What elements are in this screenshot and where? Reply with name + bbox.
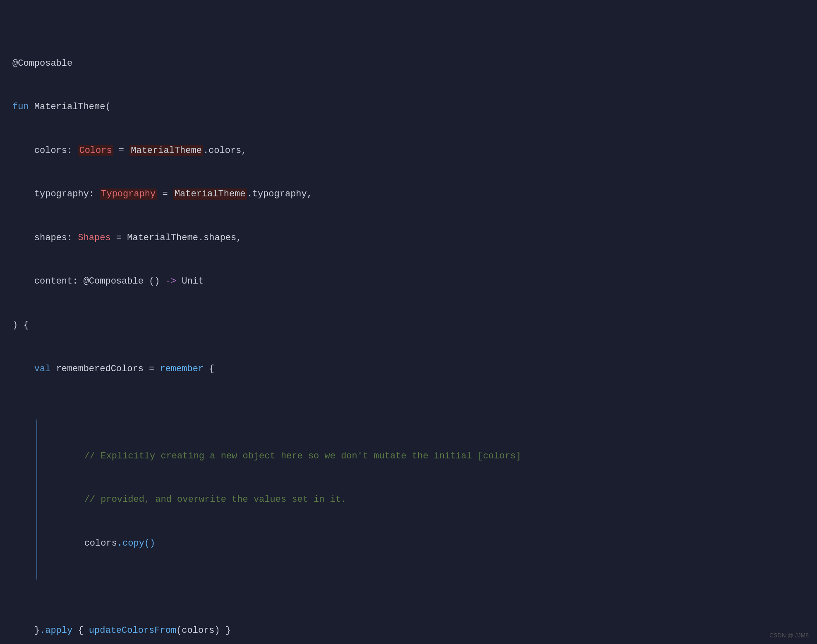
line-10: // provided, and overwrite the values se…: [41, 492, 805, 507]
vertical-block: // Explicitly creating a new object here…: [36, 420, 805, 580]
line-1: @Composable: [12, 56, 805, 71]
line-5: shapes: Shapes = MaterialTheme.shapes,: [12, 231, 805, 245]
line-6: content: @Composable () -> Unit: [12, 274, 805, 289]
line-11: colors.copy(): [41, 536, 805, 551]
line-4: typography: Typography = MaterialTheme.t…: [12, 187, 805, 201]
line-12: }.apply { updateColorsFrom(colors) }: [12, 623, 805, 638]
line-7: ) {: [12, 318, 805, 332]
line-9: // Explicitly creating a new object here…: [41, 449, 805, 463]
watermark: CSDN @ JJM8: [769, 631, 809, 640]
code-container: @Composable fun MaterialTheme( colors: C…: [12, 8, 805, 644]
line-8: val rememberedColors = remember {: [12, 362, 805, 376]
code-block: @Composable fun MaterialTheme( colors: C…: [12, 12, 805, 644]
line-2: fun MaterialTheme(: [12, 100, 805, 114]
line-3: colors: Colors = MaterialTheme.colors,: [12, 143, 805, 158]
